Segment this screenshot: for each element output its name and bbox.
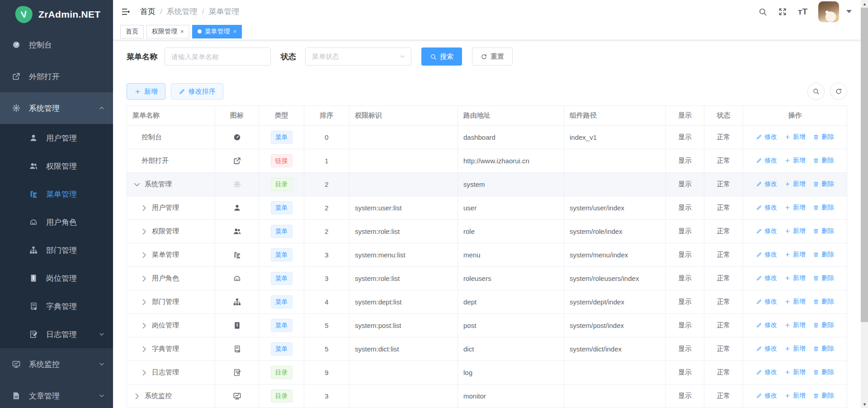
scrollbar-up-arrow-icon[interactable]: ▲	[861, 0, 868, 8]
sidebar-collapse-icon[interactable]	[121, 7, 130, 16]
users-icon	[29, 161, 38, 171]
scrollbar-thumb[interactable]	[861, 8, 868, 322]
scrollbar-down-arrow-icon[interactable]: ▼	[861, 400, 868, 408]
menu-name-input[interactable]	[165, 47, 271, 66]
sidebar-item-users[interactable]: 权限管理	[0, 152, 113, 180]
sidebar-item-dict[interactable]: 字典管理	[0, 292, 113, 320]
add-link[interactable]: 新增	[784, 368, 806, 376]
delete-link[interactable]: 删除	[813, 227, 834, 235]
status-select[interactable]: 菜单状态	[305, 47, 411, 66]
sidebar-item-label: 权限管理	[46, 161, 77, 171]
add-link[interactable]: 新增	[784, 274, 806, 282]
page-scrollbar[interactable]: ▲ ▼	[861, 0, 868, 408]
sidebar-item-monitor[interactable]: 系统监控	[0, 348, 113, 380]
column-header: 权限标识	[349, 106, 458, 126]
edit-link[interactable]: 修改	[756, 345, 777, 353]
chevron-down-icon[interactable]	[846, 10, 852, 13]
edit-link[interactable]: 修改	[756, 321, 777, 329]
menu-name: 控制台	[142, 133, 162, 142]
edit-link[interactable]: 修改	[756, 368, 777, 376]
table-search-button[interactable]	[807, 83, 825, 100]
delete-link[interactable]: 删除	[813, 321, 834, 329]
add-link[interactable]: 新增	[784, 204, 806, 212]
search-icon[interactable]	[758, 7, 767, 16]
add-link[interactable]: 新增	[784, 133, 806, 141]
add-link[interactable]: 新增	[784, 345, 806, 353]
tree-icon	[29, 190, 38, 199]
sidebar-item-badge[interactable]: 岗位管理	[0, 264, 113, 292]
perms-cell	[349, 361, 458, 384]
sidebar-item-dashboard[interactable]: 控制台	[0, 29, 113, 61]
sidebar-item-org[interactable]: 部门管理	[0, 236, 113, 264]
tab-0[interactable]: 首页	[120, 25, 144, 38]
sidebar-item-tree[interactable]: 菜单管理	[0, 180, 113, 208]
sidebar-item-log[interactable]: 日志管理	[0, 320, 113, 348]
delete-link[interactable]: 删除	[813, 251, 834, 259]
edit-link-label: 修改	[764, 133, 777, 141]
reset-button[interactable]: 重置	[472, 47, 513, 66]
delete-link-label: 删除	[821, 274, 834, 282]
add-link[interactable]: 新增	[784, 392, 806, 400]
perms-cell	[349, 384, 458, 408]
delete-link[interactable]: 删除	[813, 274, 834, 282]
sidebar-item-external[interactable]: 外部打开	[0, 61, 113, 92]
table-row: 字典管理菜单5system:dict:listdictsystem/dict/i…	[127, 337, 847, 361]
avatar[interactable]	[818, 1, 839, 22]
delete-link[interactable]: 删除	[813, 298, 834, 306]
breadcrumb-item[interactable]: 首页	[140, 6, 156, 17]
expand-open-icon[interactable]	[132, 180, 142, 189]
expand-closed-icon[interactable]	[140, 227, 149, 236]
add-link[interactable]: 新增	[784, 227, 806, 235]
type-badge: 菜单	[271, 201, 292, 214]
plus-icon	[784, 134, 791, 140]
sidebar-item-gear[interactable]: 系统管理	[0, 92, 113, 124]
add-link[interactable]: 新增	[784, 298, 806, 306]
edit-sort-button[interactable]: 修改排序	[171, 83, 223, 100]
edit-link[interactable]: 修改	[756, 298, 777, 306]
tab-1[interactable]: 权限管理×	[146, 25, 189, 38]
expand-closed-icon[interactable]	[140, 298, 149, 307]
delete-link[interactable]: 删除	[813, 180, 834, 188]
close-icon[interactable]: ×	[180, 28, 184, 34]
fullscreen-icon[interactable]	[778, 7, 787, 16]
add-link-label: 新增	[793, 133, 806, 141]
sidebar-item-article[interactable]: 文章管理	[0, 380, 113, 408]
expand-closed-icon[interactable]	[140, 321, 149, 330]
edit-link[interactable]: 修改	[756, 227, 777, 235]
navbar-actions: тT	[758, 1, 854, 22]
add-link[interactable]: 新增	[784, 251, 806, 259]
delete-link[interactable]: 删除	[813, 368, 834, 376]
sidebar-item-robot[interactable]: 用户角色	[0, 208, 113, 236]
add-link[interactable]: 新增	[784, 321, 806, 329]
sidebar-item-label: 用户角色	[46, 217, 77, 228]
search-button[interactable]: 搜索	[421, 47, 462, 66]
close-icon[interactable]: ×	[233, 28, 237, 34]
expand-closed-icon[interactable]	[140, 251, 149, 260]
delete-link[interactable]: 删除	[813, 345, 834, 353]
font-size-icon[interactable]: тT	[798, 7, 807, 16]
sidebar-item-user[interactable]: 用户管理	[0, 124, 113, 152]
expand-closed-icon[interactable]	[132, 392, 142, 401]
edit-link[interactable]: 修改	[756, 251, 777, 259]
add-link[interactable]: 新增	[784, 157, 806, 165]
delete-link[interactable]: 删除	[813, 392, 834, 400]
delete-link[interactable]: 删除	[813, 204, 834, 212]
edit-link[interactable]: 修改	[756, 180, 777, 188]
edit-link[interactable]: 修改	[756, 392, 777, 400]
edit-link[interactable]: 修改	[756, 133, 777, 141]
tab-2[interactable]: 菜单管理×	[192, 25, 242, 38]
expand-closed-icon[interactable]	[140, 274, 149, 283]
add-link[interactable]: 新增	[784, 180, 806, 188]
app-logo[interactable]: V ZrAdmin.NET	[0, 0, 113, 29]
delete-link[interactable]: 删除	[813, 133, 834, 141]
table-refresh-button[interactable]	[830, 83, 847, 100]
edit-link[interactable]: 修改	[756, 157, 777, 165]
edit-icon	[756, 369, 762, 375]
add-button[interactable]: 新增	[127, 83, 165, 100]
edit-link[interactable]: 修改	[756, 204, 777, 212]
edit-link[interactable]: 修改	[756, 274, 777, 282]
delete-link[interactable]: 删除	[813, 157, 834, 165]
expand-closed-icon[interactable]	[140, 204, 149, 213]
expand-closed-icon[interactable]	[140, 368, 149, 377]
expand-closed-icon[interactable]	[140, 345, 149, 354]
